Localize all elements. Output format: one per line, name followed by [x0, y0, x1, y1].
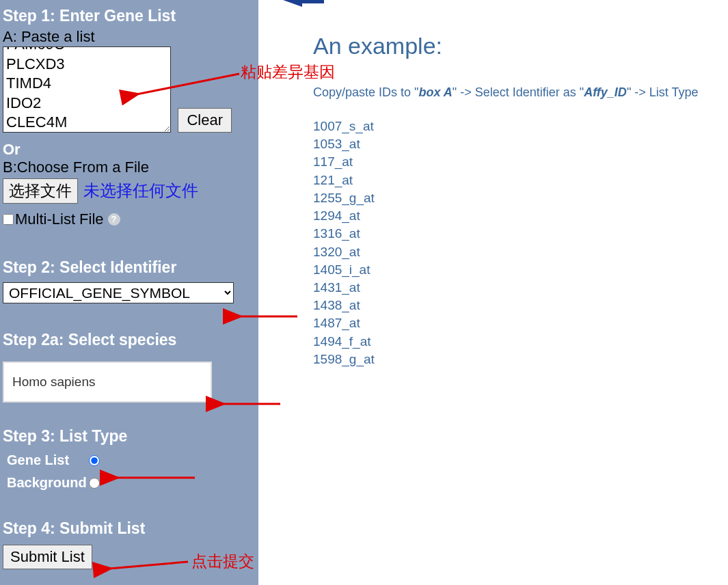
- example-id: 121_at: [313, 172, 728, 189]
- choose-file-button[interactable]: 选择文件: [3, 178, 78, 204]
- radio-gene-label: Gene List: [7, 452, 89, 468]
- example-id: 1053_at: [313, 135, 728, 153]
- step1b-label: B:Choose From a File: [3, 159, 256, 176]
- submit-button[interactable]: Submit List: [3, 545, 92, 569]
- multilist-label: Multi-List File: [15, 210, 104, 228]
- example-id: 1598_g_at: [313, 351, 728, 368]
- gene-list-textarea[interactable]: [3, 46, 171, 133]
- example-id: 1316_at: [313, 225, 728, 243]
- example-id: 1007_s_at: [313, 118, 728, 135]
- help-icon[interactable]: ?: [108, 213, 120, 226]
- or-label: Or: [3, 141, 256, 159]
- example-id: 1405_i_at: [313, 261, 728, 279]
- no-file-text: 未选择任何文件: [83, 181, 198, 200]
- step2a-header: Step 2a: Select species: [3, 331, 256, 349]
- right-panel: An example: Copy/paste IDs to "box A" ->…: [258, 0, 728, 585]
- example-id: 1431_at: [313, 279, 728, 297]
- radio-gene-list[interactable]: [89, 455, 100, 466]
- species-input[interactable]: [3, 362, 212, 403]
- example-id: 1438_at: [313, 297, 728, 314]
- example-id: 1320_at: [313, 243, 728, 261]
- example-title: An example:: [313, 33, 728, 59]
- step3-header: Step 3: List Type: [3, 427, 256, 446]
- example-id: 1487_at: [313, 314, 728, 332]
- example-id: 1294_at: [313, 207, 728, 225]
- step4-header: Step 4: Submit List: [3, 519, 256, 538]
- step2-header: Step 2: Select Identifier: [3, 258, 256, 277]
- example-id: 1494_f_at: [313, 333, 728, 351]
- step1-header: Step 1: Enter Gene List: [3, 7, 256, 25]
- example-id: 1255_g_at: [313, 189, 728, 207]
- identifier-select[interactable]: OFFICIAL_GENE_SYMBOL: [3, 282, 234, 303]
- radio-bg-label: Background: [7, 475, 89, 491]
- example-id: 117_at: [313, 153, 728, 171]
- clear-button[interactable]: Clear: [178, 108, 232, 133]
- step1a-label: A: Paste a list: [3, 28, 256, 46]
- multilist-checkbox[interactable]: [3, 214, 14, 225]
- left-panel: Step 1: Enter Gene List A: Paste a list …: [0, 0, 258, 585]
- example-instruction: Copy/paste IDs to "box A" -> Select Iden…: [313, 85, 728, 100]
- radio-background[interactable]: [89, 478, 100, 489]
- example-id-list: 1007_s_at1053_at117_at121_at1255_g_at129…: [313, 118, 728, 368]
